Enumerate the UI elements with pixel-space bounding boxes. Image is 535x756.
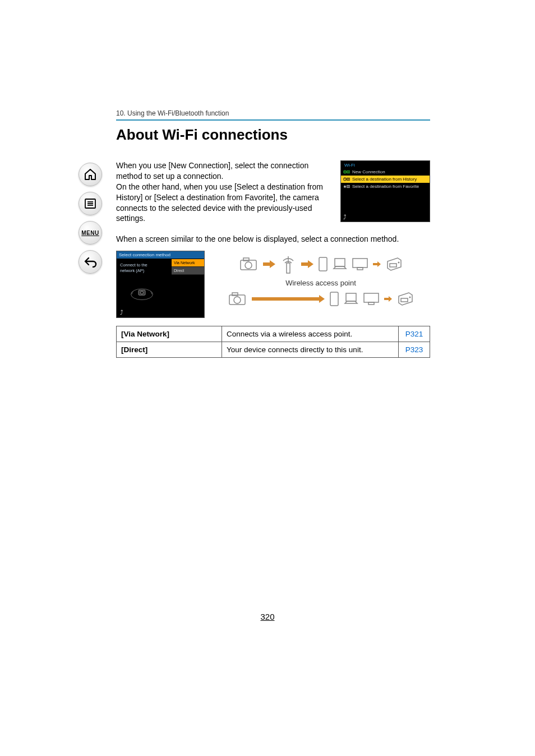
svg-rect-14 xyxy=(347,185,350,188)
connection-method-screenshot: Select connection method Connect to the … xyxy=(116,251,205,318)
svg-marker-24 xyxy=(270,260,275,268)
back-arrow-icon xyxy=(84,255,97,269)
svg-rect-27 xyxy=(301,262,308,266)
diagram-label: Wireless access point xyxy=(285,279,356,287)
svg-rect-35 xyxy=(390,264,396,267)
svg-rect-22 xyxy=(243,258,249,261)
arrow-icon xyxy=(263,260,275,268)
wifi-menu-item-selected: Select a destination from History xyxy=(341,176,430,183)
intro-text: When you use [New Connection], select th… xyxy=(116,160,330,224)
svg-rect-31 xyxy=(353,259,367,268)
home-icon xyxy=(84,168,97,181)
divider xyxy=(116,119,430,121)
return-icon: ⤴ xyxy=(343,214,347,220)
history-icon xyxy=(343,177,350,182)
svg-marker-34 xyxy=(377,261,381,267)
page-title: About Wi-Fi connections xyxy=(116,126,430,144)
laptop-icon xyxy=(344,291,358,307)
tv-icon xyxy=(352,257,368,271)
return-icon: ⤴ xyxy=(120,309,123,316)
svg-marker-41 xyxy=(319,295,325,303)
wifi-menu-item: Select a destination from Favorite xyxy=(341,183,430,190)
svg-point-38 xyxy=(234,297,241,303)
menu-button[interactable]: MENU xyxy=(79,221,102,245)
page-link[interactable]: P321 xyxy=(405,330,423,338)
table-cell-page: P321 xyxy=(399,326,430,342)
svg-rect-39 xyxy=(232,293,238,296)
long-arrow-icon xyxy=(252,295,325,303)
svg-marker-28 xyxy=(308,260,313,268)
table-cell-label: [Direct] xyxy=(117,342,222,357)
menu-label: MENU xyxy=(81,230,99,236)
phone-icon xyxy=(318,256,328,272)
connection-table: [Via Network] Connects via a wireless ac… xyxy=(116,326,430,358)
svg-point-36 xyxy=(398,261,400,263)
table-cell-page: P323 xyxy=(399,342,430,357)
table-row: [Via Network] Connects via a wireless ac… xyxy=(117,326,430,342)
small-arrow-icon xyxy=(384,296,392,302)
breadcrumb: 10. Using the Wi-Fi/Bluetooth function xyxy=(116,109,430,117)
svg-rect-45 xyxy=(368,302,374,305)
camera-icon xyxy=(238,256,259,273)
list-icon xyxy=(84,197,97,210)
wifi-menu-screenshot: Wi-Fi New Connection Select a destinatio… xyxy=(340,160,430,222)
camera-icon xyxy=(227,291,247,307)
svg-rect-48 xyxy=(401,298,408,302)
home-button[interactable] xyxy=(79,163,102,186)
page-link[interactable]: P323 xyxy=(405,345,423,354)
tv-icon xyxy=(363,292,380,306)
svg-rect-25 xyxy=(287,263,290,273)
svg-rect-40 xyxy=(252,297,319,301)
wifi-menu-item: New Connection xyxy=(341,168,430,176)
printer-icon xyxy=(396,292,414,306)
svg-point-19 xyxy=(140,291,143,294)
svg-point-21 xyxy=(245,262,252,269)
plus-list-icon xyxy=(343,169,350,174)
favorite-icon xyxy=(343,184,350,189)
page-number: 320 xyxy=(0,612,535,621)
svg-rect-11 xyxy=(347,178,350,181)
phone-icon xyxy=(329,291,339,307)
toc-button[interactable] xyxy=(79,192,102,215)
small-arrow-icon xyxy=(373,261,381,267)
svg-rect-32 xyxy=(357,268,363,270)
svg-rect-23 xyxy=(263,262,270,266)
laptop-icon xyxy=(333,256,347,272)
wifi-menu-title: Wi-Fi xyxy=(341,161,430,168)
svg-rect-33 xyxy=(373,263,377,265)
svg-point-49 xyxy=(409,296,411,298)
table-cell-label: [Via Network] xyxy=(117,326,222,342)
arrow-icon xyxy=(301,260,313,268)
camera-with-signal-icon xyxy=(128,284,156,301)
table-cell-desc: Connects via a wireless access point. xyxy=(222,326,399,342)
access-point-icon xyxy=(280,253,297,275)
svg-rect-30 xyxy=(335,259,345,266)
svg-rect-29 xyxy=(319,257,327,271)
table-cell-desc: Your device connects directly to this un… xyxy=(222,342,399,357)
svg-rect-46 xyxy=(384,298,389,300)
back-button[interactable] xyxy=(79,250,102,274)
svg-marker-47 xyxy=(389,296,392,302)
svg-rect-7 xyxy=(347,170,350,173)
table-row: [Direct] Your device connects directly t… xyxy=(117,342,430,357)
svg-rect-43 xyxy=(346,293,356,301)
printer-icon xyxy=(385,257,403,271)
connection-diagram: Wireless access point xyxy=(211,251,430,307)
svg-rect-44 xyxy=(364,293,379,302)
svg-rect-42 xyxy=(330,292,338,306)
followup-text: When a screen similar to the one below i… xyxy=(116,234,430,245)
